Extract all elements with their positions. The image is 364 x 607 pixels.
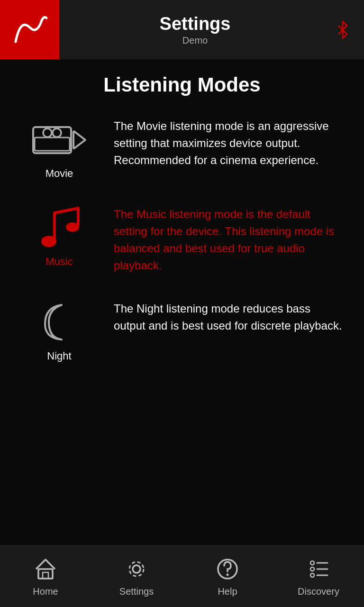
mode-item-night[interactable]: Night The Night listening mode reduces b… xyxy=(19,298,345,362)
svg-point-10 xyxy=(129,562,144,576)
bluetooth-button[interactable] xyxy=(331,18,355,42)
movie-icon xyxy=(31,115,88,163)
help-icon xyxy=(215,556,241,582)
home-icon xyxy=(33,556,59,582)
nav-item-settings[interactable]: Settings xyxy=(91,556,182,597)
svg-rect-3 xyxy=(35,138,70,151)
svg-point-5 xyxy=(41,236,56,247)
night-icon xyxy=(31,298,88,345)
main-content: Listening Modes Movie xyxy=(0,59,364,545)
svg-point-15 xyxy=(310,573,314,577)
page-subtitle: Demo xyxy=(59,35,331,46)
mode-item-movie[interactable]: Movie The Movie listening mode is an agg… xyxy=(19,115,345,180)
night-icon-wrapper: Night xyxy=(19,298,100,362)
night-label: Night xyxy=(47,350,71,362)
music-icon-wrapper: Music xyxy=(19,203,100,268)
music-label: Music xyxy=(46,256,73,268)
section-title: Listening Modes xyxy=(19,74,345,96)
help-nav-label: Help xyxy=(218,586,237,597)
svg-point-6 xyxy=(66,222,79,232)
night-description: The Night listening mode reduces bass ou… xyxy=(114,298,345,334)
svg-point-13 xyxy=(310,561,314,565)
svg-rect-7 xyxy=(38,569,53,579)
page-title: Settings xyxy=(59,14,331,34)
settings-nav-label: Settings xyxy=(119,586,154,597)
svg-point-1 xyxy=(43,129,52,137)
bottom-navigation: Home Settings Help xyxy=(0,545,364,607)
app-header: Settings Demo xyxy=(0,0,364,59)
movie-description: The Movie listening mode is an aggressiv… xyxy=(114,115,345,169)
svg-rect-8 xyxy=(43,572,48,579)
mode-item-music[interactable]: Music The Music listening mode is the de… xyxy=(19,203,345,274)
svg-point-12 xyxy=(227,574,229,576)
movie-icon-wrapper: Movie xyxy=(19,115,100,180)
svg-point-2 xyxy=(53,129,61,137)
svg-point-14 xyxy=(310,567,314,571)
nav-item-help[interactable]: Help xyxy=(182,556,273,597)
music-description: The Music listening mode is the default … xyxy=(114,203,345,274)
settings-icon xyxy=(124,556,150,582)
music-icon xyxy=(31,203,88,251)
nav-item-discovery[interactable]: Discovery xyxy=(273,556,364,597)
discovery-nav-label: Discovery xyxy=(298,586,339,597)
nav-item-home[interactable]: Home xyxy=(0,556,91,597)
header-center: Settings Demo xyxy=(59,14,331,46)
brand-logo xyxy=(0,0,59,59)
home-nav-label: Home xyxy=(33,586,58,597)
discovery-icon xyxy=(306,556,332,582)
svg-point-9 xyxy=(133,565,140,573)
movie-label: Movie xyxy=(46,167,73,180)
